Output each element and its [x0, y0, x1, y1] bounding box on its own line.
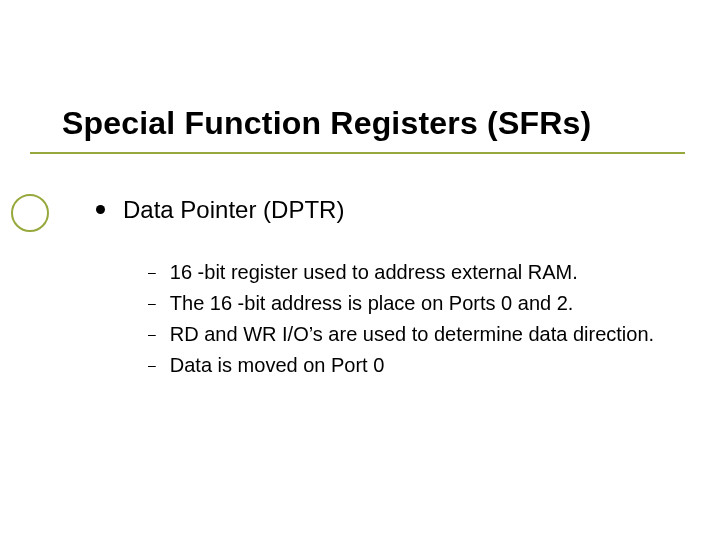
- dash-bullet-icon: –: [148, 290, 156, 316]
- accent-circle-icon: [11, 194, 49, 232]
- bullet-level1: Data Pointer (DPTR): [96, 195, 666, 225]
- list-item-text: The 16 -bit address is place on Ports 0 …: [170, 290, 574, 316]
- dash-bullet-icon: –: [148, 352, 156, 378]
- list-item: – Data is moved on Port 0: [148, 352, 666, 378]
- list-item-text: RD and WR I/O’s are used to determine da…: [170, 321, 654, 347]
- topic-label: Data Pointer (DPTR): [123, 195, 344, 225]
- slide: Special Function Registers (SFRs) Data P…: [0, 0, 720, 540]
- slide-title: Special Function Registers (SFRs): [62, 105, 591, 142]
- list-item: – 16 -bit register used to address exter…: [148, 259, 666, 285]
- title-underline: [30, 152, 685, 154]
- list-item: – RD and WR I/O’s are used to determine …: [148, 321, 666, 347]
- list-item-text: 16 -bit register used to address externa…: [170, 259, 578, 285]
- list-item-text: Data is moved on Port 0: [170, 352, 385, 378]
- sub-bullet-list: – 16 -bit register used to address exter…: [148, 259, 666, 378]
- dash-bullet-icon: –: [148, 321, 156, 347]
- dash-bullet-icon: –: [148, 259, 156, 285]
- disc-bullet-icon: [96, 205, 105, 214]
- content-area: Data Pointer (DPTR) – 16 -bit register u…: [96, 195, 666, 383]
- list-item: – The 16 -bit address is place on Ports …: [148, 290, 666, 316]
